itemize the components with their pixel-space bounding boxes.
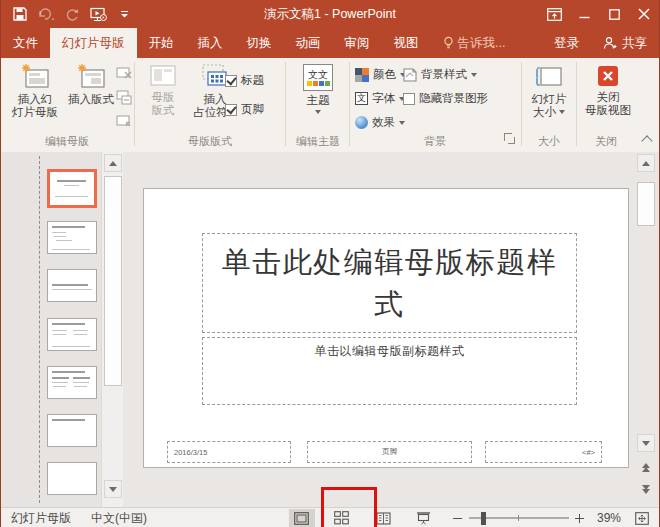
panel-scroll-up-button[interactable] — [104, 154, 122, 172]
qat-dropdown-icon — [120, 11, 129, 18]
thumbnail-panel-scrollbar[interactable] — [101, 152, 123, 507]
group-separator — [285, 62, 286, 146]
main-scrollbar-thumb[interactable] — [637, 182, 655, 226]
quick-access-toolbar — [1, 4, 135, 24]
background-dialog-launcher[interactable] — [504, 133, 516, 145]
slide-size-button[interactable]: 幻灯片 大小 — [525, 60, 573, 140]
insert-slide-master-icon — [20, 64, 50, 90]
dropdown-arrow-icon — [559, 110, 565, 114]
title-placeholder-text: 单击此处编辑母版标题样式 — [219, 241, 560, 325]
layout-thumbnail-blank[interactable] — [47, 462, 97, 495]
scroll-up-button[interactable] — [637, 154, 655, 172]
themes-button[interactable]: 文文 主题 — [295, 60, 341, 140]
zoom-in-button[interactable] — [575, 513, 585, 523]
colors-label: 颜色 — [373, 67, 396, 82]
share-button[interactable]: 共享 — [591, 28, 659, 58]
fit-to-window-button[interactable] — [629, 509, 655, 527]
layout-thumbnail-comparison[interactable] — [47, 366, 97, 399]
minimize-button[interactable] — [569, 0, 599, 28]
group-label-close: 关闭 — [577, 134, 635, 149]
slideshow-play-icon — [90, 7, 107, 22]
title-placeholder[interactable]: 单击此处编辑母版标题样式 — [202, 233, 577, 333]
tab-insert[interactable]: 插入 — [186, 28, 235, 58]
tab-home[interactable]: 开始 — [137, 28, 186, 58]
date-placeholder[interactable]: 2016/3/15 — [167, 441, 291, 463]
ribbon-display-options-button[interactable] — [539, 0, 569, 28]
slide-number-placeholder[interactable]: <#> — [485, 441, 602, 463]
zoom-slider-thumb[interactable] — [481, 512, 486, 525]
insert-placeholder-label: 插入 — [204, 93, 227, 106]
title-checkbox[interactable] — [225, 75, 237, 87]
tell-me-box[interactable]: 告诉我... — [431, 28, 518, 58]
zoom-controls — [453, 513, 585, 523]
customize-qat-button[interactable] — [113, 4, 135, 24]
status-language-button[interactable]: 中文(中国) — [81, 510, 157, 527]
slide-canvas[interactable]: 单击此处编辑母版标题样式 单击以编辑母版副标题样式 2016/3/15 页脚 <… — [143, 188, 629, 468]
close-button[interactable] — [629, 0, 659, 28]
status-view-name: 幻灯片母版 — [1, 510, 81, 527]
panel-scroll-down-button[interactable] — [104, 480, 122, 498]
scroll-down-button[interactable] — [637, 434, 655, 452]
share-person-icon — [603, 36, 617, 50]
start-from-beginning-button[interactable] — [87, 4, 109, 24]
main-scrollbar[interactable] — [635, 152, 657, 507]
zoom-level-button[interactable]: 39% — [585, 511, 629, 525]
normal-view-button[interactable] — [289, 509, 315, 527]
colors-button[interactable]: 颜色 — [355, 66, 406, 83]
subtitle-placeholder[interactable]: 单击以编辑母版副标题样式 — [202, 337, 577, 405]
layout-thumbnail-section-header[interactable] — [47, 269, 97, 302]
maximize-button[interactable] — [599, 0, 629, 28]
title-bar: 演示文稿1 - PowerPoint — [1, 0, 659, 28]
tab-view[interactable]: 视图 — [382, 28, 431, 58]
close-master-view-button[interactable]: 关闭 母版视图 — [581, 60, 635, 140]
hide-background-graphics-row[interactable]: 隐藏背景图形 — [403, 90, 488, 107]
tab-review[interactable]: 审阅 — [333, 28, 382, 58]
effects-button[interactable]: 效果 — [355, 114, 405, 131]
tab-transitions[interactable]: 切换 — [235, 28, 284, 58]
title-checkbox-row[interactable]: 标题 — [225, 72, 264, 89]
layout-thumbnail-title-only[interactable] — [47, 414, 97, 447]
redo-button[interactable] — [61, 4, 83, 24]
minimize-icon — [579, 9, 590, 20]
footer-placeholder[interactable]: 页脚 — [307, 441, 472, 463]
master-layout-button[interactable]: 母版 版式 — [139, 60, 187, 140]
dropdown-arrow-icon — [399, 121, 405, 125]
footer-checkbox-row[interactable]: 页脚 — [225, 101, 264, 118]
layout-thumbnail-two-content[interactable] — [47, 318, 97, 351]
panel-scrollbar-thumb[interactable] — [104, 176, 122, 386]
rename-master-button[interactable] — [115, 88, 133, 106]
fonts-button[interactable]: 文 字体 — [355, 90, 405, 107]
save-button[interactable] — [9, 4, 31, 24]
redo-icon — [65, 8, 79, 21]
footer-checkbox[interactable] — [225, 104, 237, 116]
lightbulb-icon — [443, 36, 454, 50]
normal-view-icon — [294, 512, 309, 525]
background-styles-button[interactable]: 背景样式 — [403, 66, 477, 83]
layout-thumbnail-title-content[interactable] — [47, 221, 97, 254]
hide-background-graphics-checkbox[interactable] — [403, 93, 415, 105]
previous-slide-button[interactable] — [637, 458, 655, 476]
tab-file[interactable]: 文件 — [1, 28, 50, 58]
delete-master-button[interactable] — [115, 64, 133, 82]
tab-animations[interactable]: 动画 — [284, 28, 333, 58]
dropdown-arrow-icon — [471, 73, 477, 77]
insert-layout-label: 插入版式 — [68, 93, 114, 106]
delete-master-icon — [116, 66, 132, 80]
insert-layout-button[interactable]: 插入版式 — [65, 60, 117, 140]
sign-in-button[interactable]: 登录 — [542, 28, 591, 58]
insert-slide-master-button[interactable]: 插入幻 灯片母版 — [7, 60, 63, 140]
zoom-slider-track[interactable] — [469, 517, 569, 519]
effects-icon — [355, 116, 368, 129]
zoom-out-button[interactable] — [453, 513, 463, 523]
tab-slide-master[interactable]: 幻灯片母版 — [50, 28, 137, 58]
preserve-master-button[interactable] — [115, 112, 133, 130]
undo-button[interactable] — [35, 4, 57, 24]
slide-size-label: 幻灯片 — [532, 93, 567, 106]
layout-thumbnail-title-slide[interactable] — [47, 169, 97, 208]
ribbon-tabs: 文件 幻灯片母版 开始 插入 切换 动画 审阅 视图 告诉我... 登录 共享 — [1, 28, 659, 58]
slide-show-button[interactable] — [411, 509, 437, 527]
slide-size-icon — [534, 64, 564, 90]
next-slide-button[interactable] — [637, 480, 655, 498]
group-label-edit-master: 编辑母版 — [1, 134, 133, 149]
collapse-ribbon-button[interactable] — [643, 136, 653, 142]
